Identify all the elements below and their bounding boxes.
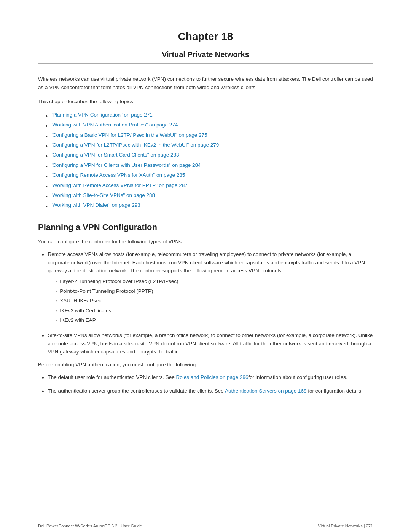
topic-link-9[interactable]: "Working with Site-to-Site VPNs" on page…	[51, 192, 155, 198]
page-footer: Dell PowerConnect W-Series ArubaOS 6.2 |…	[0, 520, 411, 532]
list-item: "Working with VPN Dialer" on page 293	[46, 202, 373, 211]
topics-list: "Planning a VPN Configuration" on page 2…	[46, 112, 373, 211]
list-item: Site-to-site VPNs allow networks (for ex…	[42, 331, 373, 356]
sub-bullet-text: IKEv2 with EAP	[60, 316, 96, 324]
list-item: IKEv2 with Certificates	[56, 307, 373, 315]
topic-link-3[interactable]: "Configuring a Basic VPN for L2TP/IPsec …	[51, 132, 207, 138]
topic-link-7[interactable]: "Configuring Remote Access VPNs for XAut…	[51, 172, 185, 178]
topic-link-5[interactable]: "Configuring a VPN for Smart Card Client…	[51, 152, 179, 158]
list-item: "Configuring a VPN for L2TP/IPsec with I…	[46, 142, 373, 150]
list-item: "Configuring a Basic VPN for L2TP/IPsec …	[46, 132, 373, 141]
list-item: Layer-2 Tunneling Protocol over IPsec (L…	[56, 277, 373, 286]
topic-link-2[interactable]: "Working with VPN Authentication Profile…	[51, 122, 178, 128]
config-bullet-1-after: for information about configuring user r…	[248, 374, 347, 380]
bullet-item-2-content: Site-to-site VPNs allow networks (for ex…	[48, 331, 373, 356]
topic-link-8[interactable]: "Working with Remote Access VPNs for PPT…	[51, 182, 188, 188]
config-bullet-1-before: The default user role for authenticated …	[48, 374, 176, 380]
chapter-subtitle: Virtual Private Networks	[38, 50, 373, 59]
list-item: "Configuring Remote Access VPNs for XAut…	[46, 172, 373, 181]
sub-bullet-text: IKEv2 with Certificates	[60, 307, 111, 315]
config-bullet-2: The authentication server group the cont…	[48, 387, 373, 395]
chapter-title: Chapter 18	[38, 30, 373, 43]
sub-bullet-text: Layer-2 Tunneling Protocol over IPsec (L…	[60, 277, 178, 286]
bottom-divider	[38, 431, 373, 431]
before-enabling-text: Before enabling VPN authentication, you …	[38, 361, 373, 369]
topic-link-4[interactable]: "Configuring a VPN for L2TP/IPsec with I…	[51, 142, 219, 148]
config-bullet-1: The default user role for authenticated …	[48, 373, 373, 382]
topic-link-6[interactable]: "Configuring a VPN for Clients with User…	[51, 162, 201, 168]
list-item: "Working with VPN Authentication Profile…	[46, 122, 373, 130]
config-bullet-2-after: for configuration details.	[307, 388, 363, 394]
list-item: "Working with Site-to-Site VPNs" on page…	[46, 192, 373, 201]
list-item: Remote access VPNs allow hosts (for exam…	[42, 250, 373, 327]
list-item: "Configuring a VPN for Clients with User…	[46, 162, 373, 171]
list-item: The authentication server group the cont…	[42, 387, 373, 396]
intro-paragraph-2: This chapterdescribes the following topi…	[38, 97, 373, 106]
config-bullet-2-before: The authentication server group the cont…	[48, 388, 225, 394]
sub-bullet-text: XAUTH IKE/IPsec	[60, 297, 101, 305]
list-item: The default user role for authenticated …	[42, 373, 373, 382]
roles-policies-link[interactable]: Roles and Policies on page 296	[176, 374, 249, 380]
bullet-item-1-text: Remote access VPNs allow hosts (for exam…	[48, 251, 365, 273]
bullet-item-2-text: Site-to-site VPNs allow networks (for ex…	[48, 332, 373, 355]
footer-left-text: Dell PowerConnect W-Series ArubaOS 6.2 |…	[38, 524, 142, 528]
list-item: IKEv2 with EAP	[56, 316, 373, 324]
list-item: "Configuring a VPN for Smart Card Client…	[46, 152, 373, 160]
page-container: Chapter 18 Virtual Private Networks Wire…	[0, 0, 411, 532]
content-area: Chapter 18 Virtual Private Networks Wire…	[0, 0, 411, 431]
sub-bullet-text: Point-to-Point Tunneling Protocol (PPTP)	[60, 287, 153, 296]
topic-link-1[interactable]: "Planning a VPN Configuration" on page 2…	[51, 112, 153, 118]
planning-intro: You can configure the controller for the…	[38, 238, 373, 246]
planning-bullets: Remote access VPNs allow hosts (for exam…	[42, 250, 373, 356]
intro-paragraph-1: Wireless networks can use virtual privat…	[38, 75, 373, 91]
auth-servers-link[interactable]: Authentication Servers on page 168	[225, 388, 307, 394]
config-bullets: The default user role for authenticated …	[42, 373, 373, 396]
list-item: Point-to-Point Tunneling Protocol (PPTP)	[56, 287, 373, 296]
sub-bullet-list-1: Layer-2 Tunneling Protocol over IPsec (L…	[56, 277, 373, 324]
top-divider	[38, 63, 373, 64]
list-item: XAUTH IKE/IPsec	[56, 297, 373, 305]
list-item: "Working with Remote Access VPNs for PPT…	[46, 182, 373, 191]
bullet-item-1-content: Remote access VPNs allow hosts (for exam…	[48, 250, 373, 327]
list-item: "Planning a VPN Configuration" on page 2…	[46, 112, 373, 120]
topic-link-10[interactable]: "Working with VPN Dialer" on page 293	[51, 202, 140, 208]
footer-right-text: Virtual Private Networks | 271	[318, 524, 373, 528]
planning-section-heading: Planning a VPN Configuration	[38, 222, 373, 232]
